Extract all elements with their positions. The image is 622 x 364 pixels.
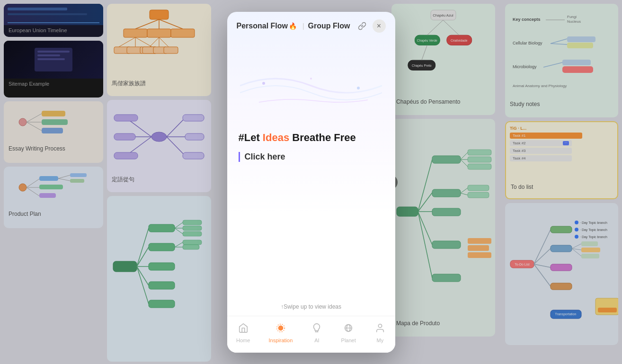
- headline-rest: Breathe Free: [289, 132, 356, 143]
- nav-inspiration[interactable]: Inspiration: [261, 321, 301, 345]
- personal-flow-tab[interactable]: Personal Flow🔥: [237, 20, 301, 32]
- modal-content: #Let Ideas Breathe Free Click here: [227, 38, 395, 298]
- planet-label: Planet: [341, 337, 356, 343]
- nav-planet[interactable]: Planet: [334, 321, 364, 345]
- modal-close-button[interactable]: ×: [373, 19, 386, 33]
- my-label: My: [377, 337, 384, 343]
- link-icon[interactable]: [355, 19, 369, 33]
- ai-icon: [311, 323, 322, 336]
- modal-headline: #Let Ideas Breathe Free: [239, 131, 384, 145]
- modal-header: Personal Flow🔥 | Group Flow ×: [227, 12, 395, 38]
- bottom-nav: Home Inspiration: [227, 316, 395, 353]
- modal-cta[interactable]: Click here: [239, 152, 384, 162]
- planet-icon: [343, 323, 354, 336]
- headline-let: #Let: [239, 132, 263, 143]
- fire-icon: 🔥: [289, 22, 297, 30]
- nav-ai[interactable]: AI: [303, 321, 330, 345]
- flow-modal: Personal Flow🔥 | Group Flow ×: [227, 12, 395, 353]
- my-icon: [374, 323, 386, 336]
- svg-point-146: [262, 82, 265, 85]
- tab-separator: |: [302, 22, 304, 30]
- home-label: Home: [236, 337, 250, 343]
- svg-point-154: [378, 324, 382, 327]
- swipe-hint: ↑Swipe up to view ideas: [237, 303, 386, 310]
- nav-home[interactable]: Home: [229, 321, 258, 345]
- nav-my[interactable]: My: [367, 321, 393, 345]
- modal-bottom: ↑Swipe up to view ideas: [227, 298, 395, 316]
- svg-point-147: [310, 78, 312, 80]
- inspiration-icon: [275, 323, 286, 336]
- group-flow-tab[interactable]: Group Flow: [308, 22, 350, 30]
- inspiration-label: Inspiration: [269, 337, 293, 343]
- modal-overlay: Personal Flow🔥 | Group Flow ×: [0, 0, 622, 364]
- headline-ideas: Ideas: [263, 132, 289, 143]
- modal-header-actions: ×: [355, 19, 386, 33]
- home-icon: [238, 323, 249, 336]
- svg-point-148: [357, 87, 360, 89]
- modal-tabs: Personal Flow🔥 | Group Flow: [237, 20, 350, 32]
- ai-label: AI: [314, 337, 319, 343]
- svg-point-149: [278, 326, 283, 330]
- modal-illustration: [239, 48, 384, 124]
